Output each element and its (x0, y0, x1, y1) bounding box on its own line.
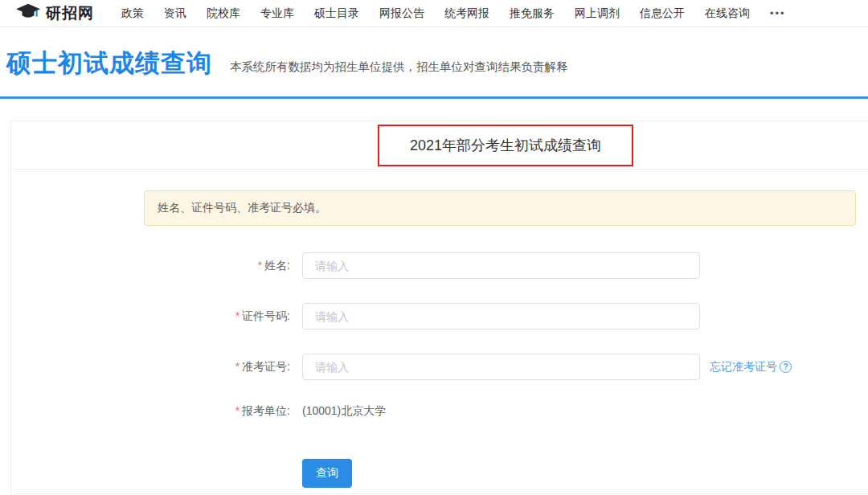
nav-more-button[interactable]: ••• (770, 7, 786, 19)
id-number-input[interactable] (302, 303, 700, 329)
nav-links: 政策 资讯 院校库 专业库 硕士目录 网报公告 统考网报 推免服务 网上调剂 信… (121, 6, 786, 21)
required-asterisk: * (235, 404, 240, 417)
admission-ticket-input[interactable] (302, 354, 700, 380)
page-subtitle: 本系统所有数据均为招生单位提供，招生单位对查询结果负责解释 (230, 59, 568, 75)
site-logo-text: 研招网 (46, 3, 94, 24)
name-field-row: *姓名: (11, 252, 868, 279)
forgot-admission-ticket-link[interactable]: 忘记准考证号 ? (710, 360, 792, 374)
required-asterisk: * (258, 259, 262, 272)
submit-row: 查询 (11, 447, 868, 488)
score-query-panel: 2021年部分考生初试成绩查询 姓名、证件号码、准考证号必填。 *姓名: *证件… (10, 121, 868, 494)
nav-item-online-adjustment[interactable]: 网上调剂 (575, 6, 620, 21)
red-highlight-box: 2021年部分考生初试成绩查询 (378, 125, 633, 166)
nav-item-exemption-service[interactable]: 推免服务 (510, 6, 555, 21)
blue-divider (0, 96, 868, 99)
panel-header: 2021年部分考生初试成绩查询 (11, 121, 868, 170)
nav-item-online-consult[interactable]: 在线咨询 (705, 6, 750, 21)
nav-item-policy[interactable]: 政策 (121, 6, 144, 21)
nav-item-major-library[interactable]: 专业库 (260, 6, 294, 21)
question-circle-icon: ? (780, 361, 792, 373)
id-number-label: *证件号码: (11, 309, 302, 324)
id-number-field-row: *证件号码: (11, 303, 868, 329)
nav-item-masters-catalog[interactable]: 硕士目录 (314, 6, 359, 21)
name-label: *姓名: (11, 259, 302, 273)
required-asterisk: * (235, 309, 240, 322)
query-submit-button[interactable]: 查询 (302, 459, 352, 488)
nav-item-info-disclosure[interactable]: 信息公开 (640, 6, 685, 21)
graduation-cap-icon (16, 2, 40, 25)
name-input[interactable] (302, 252, 700, 279)
panel-title: 2021年部分考生初试成绩查询 (410, 136, 601, 155)
nav-item-unified-exam-registration[interactable]: 统考网报 (444, 6, 489, 21)
top-navigation: 研招网 政策 资讯 院校库 专业库 硕士目录 网报公告 统考网报 推免服务 网上… (0, 0, 868, 27)
page-title: 硕士初试成绩查询 (6, 47, 212, 80)
nav-item-news[interactable]: 资讯 (164, 6, 186, 21)
required-asterisk: * (235, 360, 240, 373)
target-unit-value: (10001)北京大学 (302, 404, 386, 419)
nav-item-registration-notice[interactable]: 网报公告 (379, 6, 424, 21)
nav-item-college-library[interactable]: 院校库 (207, 6, 240, 21)
admission-ticket-label: *准考证号: (11, 360, 302, 374)
query-form: *姓名: *证件号码: *准考证号: 忘记准考证号 ? *报考单位: (1 (11, 252, 868, 488)
target-unit-label: *报考单位: (11, 404, 302, 419)
page-header: 硕士初试成绩查询 本系统所有数据均为招生单位提供，招生单位对查询结果负责解释 (0, 27, 868, 80)
admission-ticket-field-row: *准考证号: 忘记准考证号 ? (11, 354, 868, 380)
target-unit-field-row: *报考单位: (10001)北京大学 (11, 404, 868, 419)
site-logo[interactable]: 研招网 (16, 2, 94, 25)
required-fields-alert: 姓名、证件号码、准考证号必填。 (144, 190, 856, 226)
